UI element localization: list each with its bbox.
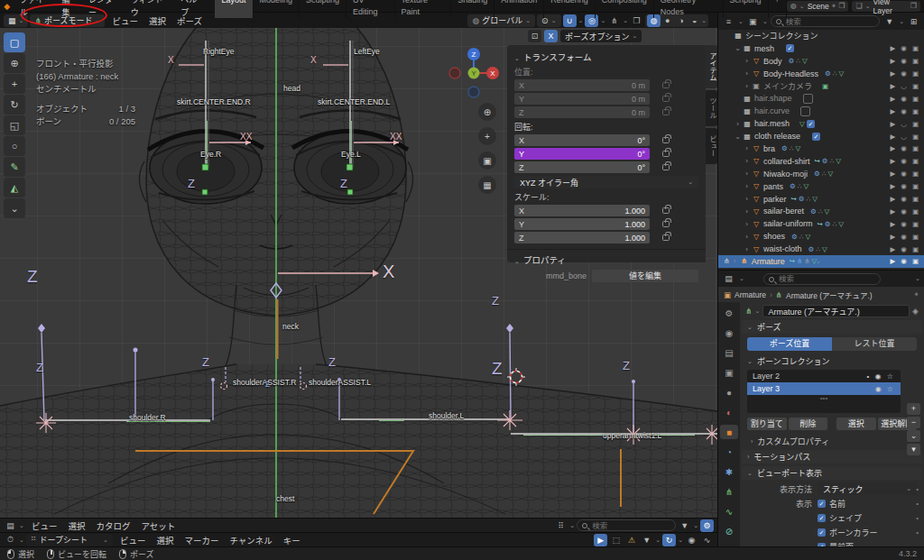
- properties-tab[interactable]: ◐: [720, 405, 738, 419]
- asset-menu-item[interactable]: ビュー: [26, 519, 63, 532]
- zoom-icon[interactable]: ⊕: [478, 103, 496, 121]
- outliner-row[interactable]: ⋔ › Armature ↪⋔ ⋔▽₇ ▶ ◉ ▣: [718, 255, 924, 268]
- outliner-row[interactable]: hair.shape ▶ ◉ ▣: [718, 92, 924, 105]
- outliner-search[interactable]: [771, 15, 880, 27]
- rest-position-button[interactable]: レスト位置: [832, 337, 917, 351]
- proportional-icon[interactable]: ◉: [685, 534, 698, 546]
- filter-icon[interactable]: ▼: [640, 534, 653, 546]
- bone-collections-header[interactable]: ⌄ボーンコレクション: [742, 354, 922, 368]
- scale-field[interactable]: X1.000: [514, 205, 650, 216]
- navigation-gizmo[interactable]: Z X Y: [448, 47, 500, 99]
- add-collection-button[interactable]: +: [907, 403, 920, 415]
- workspace-tab[interactable]: Shading: [451, 0, 494, 18]
- tool-button[interactable]: ○: [4, 136, 25, 156]
- visibility-icons[interactable]: ▶ ◡ ▣: [890, 120, 920, 128]
- n-panel-tab[interactable]: ビュー: [706, 128, 717, 164]
- location-field[interactable]: Z0 m: [514, 106, 650, 118]
- lock-icon[interactable]: [662, 221, 670, 227]
- visibility-icons[interactable]: ▶ ◉ ▣: [890, 157, 920, 165]
- gizmo-icon[interactable]: ⊡: [528, 30, 541, 42]
- expander-icon[interactable]: ›: [743, 220, 751, 228]
- properties-tab[interactable]: ∿: [720, 504, 738, 519]
- workspace-tab[interactable]: Modeling: [254, 0, 300, 18]
- visibility-icons[interactable]: ▶ ◉ ▣: [890, 182, 920, 190]
- auto-snap-icon[interactable]: ↻: [662, 534, 676, 546]
- expander-icon[interactable]: ›: [743, 195, 751, 203]
- visibility-icons[interactable]: ▶ ◉ ▣: [890, 107, 920, 115]
- visibility-icons[interactable]: ▶ ◉ ▣: [890, 57, 920, 65]
- workspace-tab[interactable]: Texture Paint: [395, 0, 452, 18]
- outliner-row[interactable]: › sailar-beret ⚙ ∴▽ ▶ ◉ ▣: [718, 205, 924, 217]
- expander-icon[interactable]: ›: [743, 144, 751, 152]
- lock-icon[interactable]: [662, 137, 670, 143]
- collection-checkbox[interactable]: [810, 133, 822, 141]
- properties-tab[interactable]: ✱: [720, 464, 738, 479]
- collection-checkbox[interactable]: [784, 44, 796, 52]
- asset-menu-item[interactable]: アセット: [135, 519, 180, 532]
- tool-button[interactable]: ◱: [4, 115, 25, 135]
- view-layer-selector[interactable]: ❏⌄ View Layer ❐: [852, 1, 920, 12]
- remove-button[interactable]: 削除: [789, 418, 828, 430]
- edit-value-button[interactable]: 値を編集: [592, 270, 698, 282]
- properties-tab[interactable]: ⊘: [720, 524, 738, 538]
- scale-field[interactable]: Y1.000: [514, 218, 650, 230]
- expander-icon[interactable]: ›: [743, 245, 751, 253]
- lock-icon[interactable]: [662, 82, 670, 88]
- pan-icon[interactable]: +: [478, 127, 496, 145]
- visibility-icons[interactable]: ▶ ◉ ▣: [890, 207, 920, 216]
- visibility-icons[interactable]: ▶ ◉ ▣: [890, 170, 920, 178]
- rotation-mode-dropdown[interactable]: XYZ オイラー角⌄: [514, 176, 698, 188]
- outliner-row[interactable]: › parker ↪⚙ ∴▽ ▶ ◉ ▣: [718, 193, 924, 206]
- expander-icon[interactable]: ›: [731, 257, 739, 265]
- grid-toggle-icon[interactable]: ▦: [478, 176, 496, 194]
- copy-icon[interactable]: ❐: [838, 2, 845, 10]
- properties-tab[interactable]: ⋔: [720, 484, 738, 499]
- lock-icon[interactable]: [662, 151, 670, 157]
- outliner-row[interactable]: › Body-Headless ⚙ ∴▽ ▶ ◉ ▣: [718, 68, 924, 80]
- workspace-tab[interactable]: Rendering: [544, 0, 596, 18]
- scene-selector[interactable]: ◍⌄ Scene ⌖ ❐: [787, 1, 849, 12]
- expander-icon[interactable]: ›: [743, 207, 751, 216]
- workspace-tab[interactable]: Scripting: [724, 0, 769, 18]
- expander-icon[interactable]: ›: [743, 233, 751, 241]
- bone-collection-row[interactable]: Layer 2• ◉ ☆: [747, 370, 901, 382]
- shield-icon[interactable]: ◈: [912, 307, 919, 316]
- visibility-icons[interactable]: ▶ ◡ ▣: [890, 82, 920, 90]
- remove-collection-button[interactable]: −: [907, 417, 920, 428]
- layer-visibility-icons[interactable]: • ◉ ☆: [867, 372, 895, 381]
- easing-icon[interactable]: ∿: [700, 534, 714, 546]
- pose-options-dropdown[interactable]: ポーズオプション⌄: [560, 30, 642, 42]
- n-panel-tab[interactable]: アイテム: [706, 45, 717, 88]
- properties-tab[interactable]: ◉: [720, 326, 738, 340]
- properties-tab[interactable]: ◔: [720, 445, 738, 459]
- workspace-tab[interactable]: UV Editing: [346, 0, 395, 18]
- asset-search[interactable]: [577, 519, 676, 531]
- viewport-display-header[interactable]: ⌄ビューポート表示: [742, 466, 922, 480]
- dope-menu-item[interactable]: 選択: [151, 534, 179, 546]
- display-as-dropdown[interactable]: スティック⌄: [818, 482, 917, 495]
- pin-icon[interactable]: ⌖: [832, 2, 836, 11]
- tool-button[interactable]: ◭: [4, 178, 25, 197]
- topbar-menu-item[interactable]: ウィンドウ: [125, 0, 176, 19]
- axis-x-toggle[interactable]: X: [544, 30, 558, 42]
- tool-button[interactable]: ⊕: [4, 53, 25, 73]
- outliner-row[interactable]: › collared-shirt ↪⚙ ∴▽ ▶ ◉ ▣: [718, 155, 924, 168]
- properties-tab[interactable]: ▤: [720, 345, 738, 360]
- tool-button[interactable]: ↻: [4, 95, 25, 115]
- dope-menu-item[interactable]: チャンネル: [224, 534, 277, 546]
- only-selected-toggle[interactable]: ▶: [594, 534, 607, 546]
- bone-collection-row[interactable]: Layer 3◉ ☆: [747, 382, 901, 395]
- dope-menu-item[interactable]: キー: [278, 534, 306, 546]
- lock-icon[interactable]: [662, 164, 670, 170]
- expander-icon[interactable]: ›: [734, 120, 742, 128]
- thumbnail-size-icon[interactable]: ⠿: [554, 519, 568, 532]
- visibility-icons[interactable]: ▶ ◉ ▣: [890, 195, 920, 203]
- collection-checkbox[interactable]: [805, 120, 817, 128]
- visibility-icons[interactable]: ▶ ◉ ▣: [890, 95, 920, 103]
- checkbox-shapes[interactable]: ✓: [818, 514, 826, 522]
- new-collection-icon[interactable]: ⊞: [907, 15, 920, 28]
- outliner-row[interactable]: シーンコレクション: [718, 30, 924, 42]
- select-button[interactable]: 選択: [836, 418, 876, 430]
- outliner-row[interactable]: ⌄ mesh ▶ ◉ ▣: [718, 42, 924, 55]
- properties-search[interactable]: [763, 273, 881, 285]
